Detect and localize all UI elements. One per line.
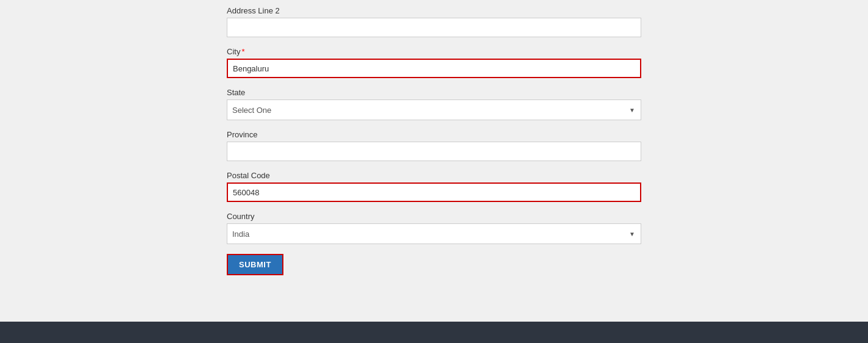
postal-code-input[interactable]: [227, 182, 641, 202]
city-input[interactable]: [227, 59, 641, 78]
country-label: Country: [227, 212, 641, 221]
country-select[interactable]: India United States United Kingdom Austr…: [227, 223, 641, 244]
province-input[interactable]: [227, 142, 641, 161]
province-label: Province: [227, 130, 641, 139]
country-select-wrapper: India United States United Kingdom Austr…: [227, 223, 641, 244]
address-line2-input[interactable]: [227, 18, 641, 37]
postal-code-group: Postal Code: [227, 171, 641, 202]
city-label: City*: [227, 47, 641, 56]
form-section: Address Line 2 City* State Select One Ka…: [0, 0, 868, 322]
state-group: State Select One Karnataka Maharashtra D…: [227, 88, 641, 120]
country-group: Country India United States United Kingd…: [227, 212, 641, 244]
address-line2-label: Address Line 2: [227, 6, 641, 15]
footer: blueprism® Our Platform Why Blue Prism C…: [0, 322, 868, 343]
submit-group: SUBMIT: [227, 254, 641, 275]
submit-button[interactable]: SUBMIT: [227, 254, 283, 275]
province-group: Province: [227, 130, 641, 161]
form-container: Address Line 2 City* State Select One Ka…: [215, 0, 653, 303]
address-line2-group: Address Line 2: [227, 6, 641, 37]
city-group: City*: [227, 47, 641, 78]
postal-code-label: Postal Code: [227, 171, 641, 180]
state-label: State: [227, 88, 641, 97]
state-select-wrapper: Select One Karnataka Maharashtra Delhi T…: [227, 99, 641, 120]
state-select[interactable]: Select One Karnataka Maharashtra Delhi T…: [227, 99, 641, 120]
